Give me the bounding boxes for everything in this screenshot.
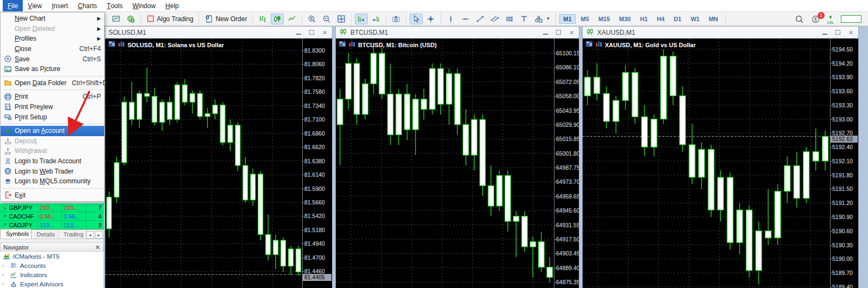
chart-window-solusd: SOLUSD,M1 × SOLUSD, M1: Solana vs US Dol…: [105, 26, 333, 288]
file-menu-item-login-to-mql5-community[interactable]: Login to MQL5.community: [1, 176, 104, 187]
candles-icon[interactable]: [271, 14, 284, 24]
menu-item-view[interactable]: View: [23, 0, 47, 11]
restore-button[interactable]: [554, 29, 563, 36]
menu-item-help[interactable]: Help: [161, 0, 184, 11]
algo-button[interactable]: Algo Trading: [144, 14, 195, 24]
hline-icon[interactable]: [459, 14, 472, 24]
new-chart-icon[interactable]: [110, 14, 123, 24]
vline-icon[interactable]: [444, 14, 457, 24]
lvl-icon[interactable]: LVL: [827, 15, 834, 24]
status-box-icon[interactable]: [841, 15, 861, 23]
file-menu-item-save-as-picture[interactable]: Save as Picture: [1, 64, 104, 74]
restore-button[interactable]: [308, 29, 316, 36]
timeframe-m15[interactable]: M15: [595, 14, 614, 24]
file-menu-item-new-chart[interactable]: New Chart▶: [1, 14, 104, 24]
expander-icon[interactable]: ›: [2, 272, 7, 278]
bars-icon[interactable]: [256, 14, 269, 24]
candlestick-plot[interactable]: [336, 39, 554, 288]
window-titlebar[interactable]: XAUUSD,M1 ×: [583, 27, 858, 39]
candlestick-plot[interactable]: [105, 39, 302, 288]
navigator-title: Navigator: [3, 244, 29, 251]
price-tick-label: 64987.75: [556, 164, 579, 171]
navigator-item-indicators[interactable]: ›Indicators: [0, 270, 104, 279]
timeframe-h1[interactable]: H1: [636, 14, 652, 24]
market-watch-row-cadjpy[interactable]: ↗CADJPY113....113....3: [0, 221, 104, 229]
crosshair-icon[interactable]: [424, 14, 437, 24]
price-tick-label: 65072.05: [556, 79, 579, 85]
file-menu-item-login-to-trade-account[interactable]: Login to Trade Account: [1, 156, 104, 167]
file-menu-item-close[interactable]: CloseCtrl+F4: [1, 44, 104, 54]
zoom-in-icon[interactable]: [305, 14, 318, 24]
expander-icon[interactable]: ›: [2, 281, 7, 287]
file-menu-item-open-data-folder[interactable]: Open Data FolderCtrl+Shift+D: [1, 78, 104, 88]
zoom-out-icon[interactable]: [320, 14, 333, 24]
timeframe-h4[interactable]: H4: [653, 14, 668, 24]
file-menu-item-withdrawal: Withdrawal: [1, 146, 104, 156]
file-menu-item-open-an-account[interactable]: Open an Account: [1, 126, 104, 136]
window-title: SOLUSD,M1: [108, 29, 146, 36]
price-tick-label: 65043.95: [556, 107, 579, 114]
equidistant-icon[interactable]: [503, 14, 516, 24]
menu-item-charts[interactable]: Charts: [73, 0, 101, 11]
navigator-item-accounts[interactable]: ›Accounts: [0, 261, 104, 270]
menu-item-tools[interactable]: Tools: [102, 0, 127, 11]
timeframe-w1[interactable]: W1: [687, 14, 704, 24]
window-titlebar[interactable]: BTCUSD,M1 ×: [336, 27, 579, 39]
file-menu-item-profiles[interactable]: Profiles▶: [1, 34, 104, 44]
person-icon: [1, 157, 15, 165]
minimize-button[interactable]: [821, 29, 829, 36]
market-watch-row-cadchf[interactable]: ↗CADCHF0.56...0.56...4: [0, 212, 104, 221]
community-icon[interactable]: 1: [811, 15, 820, 24]
restore-button[interactable]: [834, 29, 842, 36]
minimize-button[interactable]: [541, 29, 550, 36]
tile-icon[interactable]: [335, 14, 348, 24]
menu-item-file[interactable]: File: [3, 0, 23, 11]
expander-icon[interactable]: ›: [2, 263, 7, 268]
minimize-button[interactable]: [295, 29, 303, 36]
navigator-item-expert-advisors[interactable]: ›Expert Advisors: [0, 279, 104, 288]
timeframe-mn[interactable]: MN: [705, 14, 722, 24]
file-menu-item-exit[interactable]: Exit: [1, 190, 104, 201]
file-menu-item-print[interactable]: PrintCtrl+P: [1, 92, 104, 102]
profiles-icon[interactable]: [124, 14, 137, 24]
price-tick-label: 64889.40: [556, 265, 579, 271]
file-menu-item-login-to-web-trader[interactable]: Login to Web Trader: [1, 166, 104, 176]
close-button[interactable]: ×: [321, 29, 329, 36]
timeframe-m30[interactable]: M30: [615, 14, 634, 24]
close-button[interactable]: ×: [847, 29, 855, 36]
timeframe-d1[interactable]: D1: [670, 14, 685, 24]
candlestick-plot[interactable]: [583, 39, 830, 288]
channel-icon[interactable]: [488, 14, 501, 24]
cursor-icon[interactable]: [410, 14, 423, 24]
price-tick-label: 64917.50: [556, 236, 579, 242]
file-menu-item-print-setup[interactable]: Print Setup: [1, 112, 104, 122]
camera-icon[interactable]: [390, 14, 403, 24]
tab-scroll-left-icon[interactable]: ◂: [86, 231, 94, 239]
menu-item-insert[interactable]: Insert: [47, 0, 73, 11]
toolbar-group: Algo Trading: [141, 13, 199, 25]
folder-icon: [1, 79, 15, 87]
tab-details[interactable]: Details: [31, 230, 58, 239]
timeframe-m1[interactable]: M1: [559, 14, 575, 24]
market-watch-row-gbpjpy[interactable]: ↘GBPJPY210...210....7: [0, 203, 104, 212]
timeframe-m5[interactable]: M5: [577, 14, 593, 24]
deposit-icon: [1, 137, 15, 145]
line-icon[interactable]: [285, 14, 298, 24]
close-button[interactable]: ×: [567, 29, 576, 36]
text-icon[interactable]: [518, 14, 531, 24]
tab-trading[interactable]: Trading: [58, 230, 86, 239]
shift-icon[interactable]: [369, 14, 382, 24]
new-order-button[interactable]: New Order: [202, 14, 249, 24]
trendline-icon[interactable]: [474, 14, 487, 24]
file-menu-item-save[interactable]: SaveCtrl+S: [1, 54, 104, 64]
shapes-icon[interactable]: ▼: [532, 14, 552, 24]
tab-scroll-right-icon[interactable]: ▸: [95, 231, 103, 239]
autoscroll-icon[interactable]: [355, 14, 368, 24]
search-icon[interactable]: [795, 15, 804, 24]
file-menu-item-print-preview[interactable]: Print Preview: [1, 102, 104, 112]
tab-symbols[interactable]: Symbols: [0, 229, 31, 239]
window-titlebar[interactable]: SOLUSD,M1 ×: [105, 27, 332, 39]
navigator-item-icmarkets-mt5[interactable]: ICMarkets - MT5: [0, 252, 104, 261]
navigator-close-icon[interactable]: ✕: [95, 245, 100, 250]
menu-item-window[interactable]: Window: [127, 0, 161, 11]
